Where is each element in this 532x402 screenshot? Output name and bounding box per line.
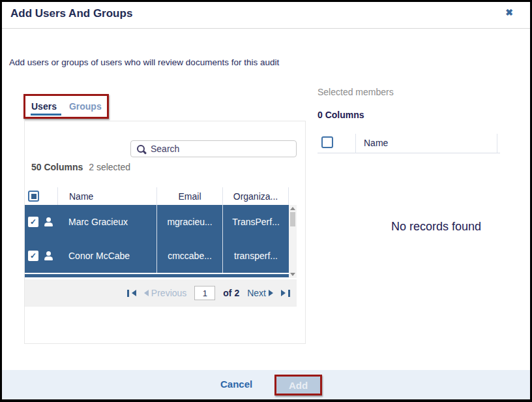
previous-label: Previous xyxy=(151,288,186,298)
close-icon[interactable]: ✖ xyxy=(505,7,513,18)
active-tab-underline xyxy=(31,114,61,116)
tabs-annotation-box: Users Groups xyxy=(23,94,109,119)
next-page-button[interactable]: Next xyxy=(247,288,273,298)
check-icon: ✓ xyxy=(30,252,37,260)
add-button[interactable]: Add xyxy=(276,377,320,394)
search-input[interactable] xyxy=(151,144,291,154)
cancel-button[interactable]: Cancel xyxy=(220,379,252,390)
check-icon: ✓ xyxy=(30,218,37,226)
selected-members-title: Selected members xyxy=(318,87,394,97)
selected-select-all-checkbox[interactable] xyxy=(321,136,333,148)
tab-users-label: Users xyxy=(31,101,57,112)
page-count-label: of 2 xyxy=(223,288,239,298)
previous-icon xyxy=(144,290,149,296)
last-page-icon xyxy=(281,290,286,296)
user-row[interactable]: ✓ Conor McCabe cmccabe... transperf... xyxy=(25,239,289,273)
tab-groups[interactable]: Groups xyxy=(69,101,102,112)
scrollbar-thumb[interactable] xyxy=(290,212,295,226)
last-page-button[interactable] xyxy=(281,290,290,297)
first-page-icon xyxy=(127,290,129,297)
user-organization: transperf... xyxy=(222,239,289,273)
partial-next-row xyxy=(25,274,289,277)
dialog-footer: Cancel Add xyxy=(2,370,530,399)
column-header-organization[interactable]: Organiza... xyxy=(222,187,289,205)
previous-page-button[interactable]: Previous xyxy=(144,288,186,298)
page-number-input[interactable] xyxy=(194,286,215,300)
next-icon xyxy=(269,290,273,296)
dialog-description: Add users or groups of users who will re… xyxy=(9,57,279,67)
user-icon xyxy=(44,251,53,260)
row-checkbox-checked[interactable]: ✓ xyxy=(28,251,38,261)
columns-summary: 50 Columns 2 selected xyxy=(31,162,130,172)
table-scrollbar[interactable] xyxy=(289,205,297,278)
tab-users[interactable]: Users xyxy=(31,96,57,117)
users-table-body: ✓ Marc Gracieux mgracieu... TransPerf...… xyxy=(25,205,289,277)
pagination-bar: Previous of 2 Next xyxy=(25,279,297,307)
user-name: Marc Gracieux xyxy=(57,217,156,227)
user-icon xyxy=(44,217,53,226)
search-icon xyxy=(136,144,146,154)
users-table-header: Name Email Organiza... xyxy=(25,187,297,205)
row-checkbox-checked[interactable]: ✓ xyxy=(28,217,38,227)
selected-count-label: 2 selected xyxy=(89,162,130,172)
selected-column-header-name[interactable]: Name xyxy=(364,138,388,148)
column-divider xyxy=(355,134,356,153)
next-label: Next xyxy=(247,288,266,298)
user-email: cmccabe... xyxy=(156,239,222,273)
columns-count-label: 50 Columns xyxy=(31,162,83,172)
first-page-button[interactable] xyxy=(127,290,136,297)
indeterminate-mark xyxy=(31,194,37,199)
dialog-title: Add Users And Groups xyxy=(10,7,132,20)
add-annotation-box: Add xyxy=(274,375,322,395)
user-row[interactable]: ✓ Marc Gracieux mgracieu... TransPerf... xyxy=(25,205,289,239)
scroll-up-icon[interactable] xyxy=(290,207,295,210)
scroll-down-icon[interactable] xyxy=(290,273,295,276)
add-users-and-groups-dialog: Add Users And Groups ✖ Add users or grou… xyxy=(0,0,532,402)
select-all-checkbox[interactable] xyxy=(28,191,39,202)
column-header-email[interactable]: Email xyxy=(156,187,222,205)
column-divider xyxy=(497,134,497,153)
user-name: Conor McCabe xyxy=(57,251,156,261)
user-organization: TransPerf... xyxy=(222,205,289,239)
selected-members-table-header: Name xyxy=(318,134,500,153)
selected-columns-summary: 0 Columns xyxy=(318,110,364,120)
user-email: mgracieu... xyxy=(156,205,222,239)
users-list-panel: 50 Columns 2 selected Name Email Organiz… xyxy=(24,121,306,344)
no-records-message: No records found xyxy=(329,220,532,234)
search-box[interactable] xyxy=(130,140,297,157)
title-divider xyxy=(2,28,530,29)
column-header-name[interactable]: Name xyxy=(57,187,156,205)
